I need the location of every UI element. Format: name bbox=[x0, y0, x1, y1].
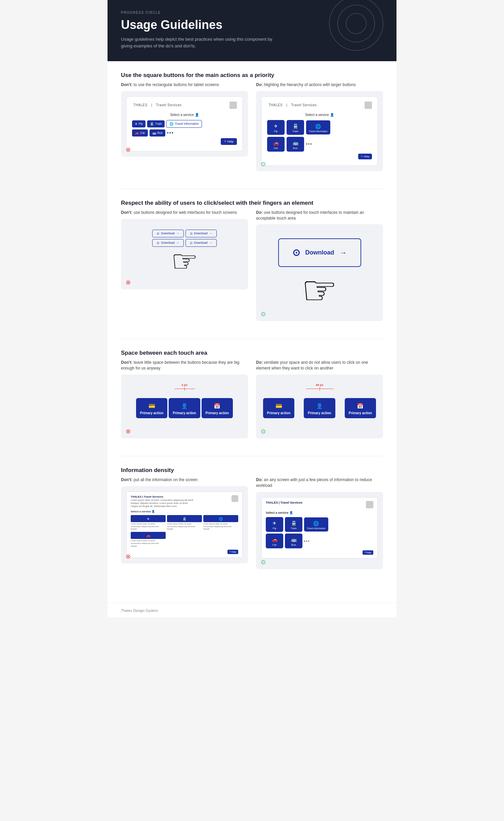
spacing-label-do: 48 px bbox=[316, 383, 323, 387]
spacing-annotation-do: 48 px bbox=[261, 383, 378, 391]
select-title-do: Select a service 👤 bbox=[267, 113, 372, 117]
dense-header-do: THALES | Travel Services bbox=[266, 501, 373, 508]
svg-point-2 bbox=[346, 13, 366, 34]
travel-btn-large: 🌐Travel information bbox=[306, 120, 330, 134]
dense-services-grid: ✈ Lorem ipsum dolor sit amet consectetur… bbox=[131, 515, 238, 548]
section2-columns: Don't: use buttons designed for web inte… bbox=[121, 210, 383, 321]
primary-btn-do-2[interactable]: 👤 Primary action bbox=[304, 398, 335, 418]
large-btns-do-density: ✈Fly 🚆Train 🌐Travel information 🚗Car 🚌Bu… bbox=[266, 517, 373, 548]
train-btn-large: 🚆Train bbox=[287, 120, 304, 135]
dense-service-col-4: 🚗 Lorem ipsum dolor sit amet consectetur… bbox=[131, 532, 166, 547]
section2-dont-col: Don't: use buttons designed for web inte… bbox=[121, 210, 248, 321]
touch-do-content: ⊙ Download → ☞ bbox=[260, 228, 379, 317]
btn-do-1-label: Primary action bbox=[267, 411, 290, 415]
section1-do-col: Do: hlighting the hierarchy of actions w… bbox=[256, 82, 383, 171]
section1-do-demo: THALES | Travel Services Select a servic… bbox=[256, 91, 383, 171]
large-dl-button: ⊙ Download → bbox=[278, 238, 361, 267]
density-travel-btn: 🌐Travel information bbox=[304, 517, 328, 532]
large-dl-icon: ⊙ bbox=[292, 247, 300, 258]
section4-dont-label: Don't: put all the information on the sc… bbox=[121, 477, 248, 483]
svg-point-1 bbox=[338, 5, 375, 42]
primary-buttons-dont: 💳 Primary action 👤 Primary action 📅 Prim… bbox=[126, 398, 243, 418]
primary-btn-1[interactable]: 💳 Primary action bbox=[136, 398, 167, 418]
download-row-1: ⊙Download→ ⊙Download→ bbox=[152, 230, 216, 237]
section3-columns: Don't: leave little space between the bu… bbox=[121, 360, 383, 438]
section-space-touch: Space between each touch area Don't: lea… bbox=[121, 350, 383, 438]
avatar-dont bbox=[229, 102, 237, 109]
btn-do-3-label: Primary action bbox=[349, 411, 372, 415]
section3-dont-col: Don't: leave little space between the bu… bbox=[121, 360, 248, 438]
thales-logo-dont: THALES | Travel Services bbox=[132, 103, 183, 107]
primary-btn-do-3[interactable]: 📅 Primary action bbox=[345, 398, 376, 418]
section2-dont-demo: ⊙Download→ ⊙Download→ ⊙Download→ ⊙Downlo… bbox=[121, 219, 248, 289]
bus-btn-large: 🚌Bus bbox=[287, 137, 304, 152]
help-btn-do: ? Help bbox=[358, 154, 372, 159]
section2-dont-label: Don't: use buttons designed for web inte… bbox=[121, 210, 248, 216]
section3-dont-label: Don't: leave little space between the bu… bbox=[121, 360, 248, 371]
header-decoration bbox=[326, 0, 386, 54]
section-info-density: Information density Don't: put all the i… bbox=[121, 467, 383, 569]
hand-cursor-do: ☞ bbox=[301, 267, 338, 314]
btn2-icon: 👤 bbox=[181, 403, 188, 409]
do-status-icon: ⊙ bbox=[261, 160, 266, 168]
more-dots-density-do: ••• bbox=[304, 539, 310, 543]
section1-title: Use the square buttons for the main acti… bbox=[121, 72, 383, 79]
primary-btn-2[interactable]: 👤 Primary action bbox=[169, 398, 200, 418]
section-touch-click: Respect the ability of users to click/se… bbox=[121, 200, 383, 321]
section3-do-status: ⊙ bbox=[261, 428, 266, 435]
dense-car: 🚗 bbox=[131, 532, 166, 539]
density-help-do: ? Help bbox=[266, 550, 373, 555]
section3-do-col: Do: ventilate your space and do not allo… bbox=[256, 360, 383, 438]
thales-logo-do: THALES | Travel Services bbox=[267, 103, 318, 107]
thales-dense-dont: THALES | Travel Services Lorem ipsum dol… bbox=[126, 492, 243, 558]
section3-title: Space between each touch area bbox=[121, 350, 383, 356]
large-dl-label: Download bbox=[305, 249, 334, 256]
dl-btn-1: ⊙Download→ bbox=[152, 230, 183, 237]
select-dense-dont: Select a service 👤 bbox=[131, 510, 238, 513]
dense-travel: 🌐 bbox=[203, 515, 238, 522]
svg-point-0 bbox=[329, 0, 383, 50]
density-fly-btn: ✈Fly bbox=[266, 517, 283, 532]
dl-btn-2: ⊙Download→ bbox=[185, 230, 217, 237]
dense-service-col-1: ✈ Lorem ipsum dolor sit amet consectetur… bbox=[131, 515, 166, 531]
large-buttons-grid: ✈Fly 🚆Train 🌐Travel information 🚗Car 🚌Bu… bbox=[267, 120, 372, 159]
density-bus-btn: 🚌Bus bbox=[285, 534, 302, 548]
dense-service-col-2: 🚆 Lorem ipsum dolor sit amet consectetur… bbox=[167, 515, 202, 531]
primary-btn-do-1[interactable]: 💳 Primary action bbox=[263, 398, 294, 418]
section2-do-col: Do: use buttons designed for touch inter… bbox=[256, 210, 383, 321]
btn-do-3-icon: 📅 bbox=[357, 403, 364, 409]
more-dots-dont: ••• bbox=[167, 130, 174, 135]
section1-dont-label: Don't: to use the rectangular buttons fo… bbox=[121, 82, 248, 88]
dont-status-icon: ⊗ bbox=[126, 146, 131, 153]
section2-do-label: Do: use buttons designed for touch inter… bbox=[256, 210, 383, 221]
section4-do-demo: THALES | Travel Services Select a servic… bbox=[256, 492, 383, 569]
dense-help-dont: ? Help bbox=[131, 550, 238, 554]
spacing-annotation-dont: 4 px bbox=[126, 383, 243, 391]
btn1-label: Primary action bbox=[140, 411, 163, 415]
section2-dont-status: ⊗ bbox=[126, 279, 131, 286]
thales-mock-do: THALES | Travel Services Select a servic… bbox=[261, 96, 378, 166]
section4-dont-status: ⊗ bbox=[126, 553, 131, 560]
section3-do-demo: 48 px 💳 Primary action 👤 bbox=[256, 375, 383, 438]
section3-dont-status: ⊗ bbox=[126, 428, 131, 435]
btn1-icon: 💳 bbox=[149, 403, 155, 409]
section-square-buttons: Use the square buttons for the main acti… bbox=[121, 72, 383, 171]
btn3-label: Primary action bbox=[206, 411, 229, 415]
primary-btn-3[interactable]: 📅 Primary action bbox=[202, 398, 233, 418]
section3-dont-demo: 4 px 💳 Primary action 👤 bbox=[121, 375, 248, 438]
primary-buttons-do: 💳 Primary action 👤 Primary action 📅 Prim… bbox=[261, 398, 378, 418]
section2-title: Respect the ability of users to click/se… bbox=[121, 200, 383, 206]
large-dl-arrow: → bbox=[340, 248, 347, 257]
section1-do-label: Do: hlighting the hierarchy of actions w… bbox=[256, 82, 383, 88]
hand-cursor-dont: ☞ bbox=[171, 243, 198, 279]
section3-do-label: Do: ventilate your space and do not allo… bbox=[256, 360, 383, 371]
touch-dont-content: ⊙Download→ ⊙Download→ ⊙Download→ ⊙Downlo… bbox=[125, 223, 244, 279]
dense-fly: ✈ bbox=[131, 515, 166, 522]
train-btn-small: 🚆 Train bbox=[147, 120, 165, 127]
travel-btn-small: 🌐 Travel information bbox=[166, 120, 202, 128]
section4-columns: Don't: put all the information on the sc… bbox=[121, 477, 383, 569]
small-buttons-grid: ✈ Fly 🚆 Train 🌐 Travel information 🚗 Car… bbox=[132, 120, 237, 145]
btn-do-2-label: Primary action bbox=[308, 411, 331, 415]
section1-dont-demo: THALES | Travel Services Select a servic… bbox=[121, 91, 248, 157]
density-car-btn: 🚗Car bbox=[266, 534, 283, 548]
